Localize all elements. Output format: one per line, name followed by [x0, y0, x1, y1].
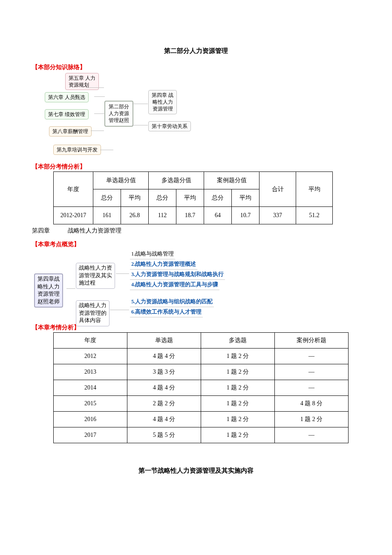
chapter-4-title: 第四章 战略性人力资源管理: [32, 227, 360, 235]
table-row: 2017 5 题 5 分 1 题 2 分 —: [54, 427, 349, 443]
cell-y: 2012: [54, 349, 127, 364]
cell-m: 1 题 2 分: [201, 396, 275, 412]
heading-points: 【本章考点概览】: [32, 241, 360, 248]
cell-y: 2015: [54, 396, 127, 412]
th-m-avg: 平均: [176, 189, 204, 207]
cell-s-a: 26.8: [121, 207, 149, 224]
table-row: 2016 4 题 4 分 1 题 2 分 1 题 2 分: [54, 412, 349, 427]
node-ch4-root: 第四章战略性人力资源管理赵照老师: [34, 273, 63, 308]
cell-s: 5 题 5 分: [127, 427, 201, 443]
page: 第二部分人力资源管理 【本部分知识脉络】 第五章 人力资源规划 第六章 人员甄选…: [0, 0, 392, 500]
th-s-total: 总分: [93, 189, 121, 207]
node-ch8: 第八章薪酬管理: [49, 126, 92, 137]
cell-m: 1 题 2 分: [201, 349, 275, 364]
heading-knowledge: 【本部分知识脉络】: [32, 64, 360, 71]
part-title: 第二部分人力资源管理: [32, 47, 360, 55]
cell-c: —: [275, 364, 349, 380]
cell-m-a: 18.7: [176, 207, 204, 224]
table-row: 2012 4 题 4 分 1 题 2 分 —: [54, 349, 349, 364]
cell-s: 3 题 3 分: [127, 364, 201, 380]
table-row: 2014 4 题 4 分 1 题 2 分 —: [54, 380, 349, 396]
table-chapter-exam: 年度 单选题 多选题 案例分析题 2012 4 题 4 分 1 题 2 分 — …: [53, 332, 349, 443]
cell-s: 4 题 4 分: [127, 412, 201, 427]
cell-s: 2 题 2 分: [127, 396, 201, 412]
leaf-3: 3.人力资源管理与战略规划和战略执行: [130, 270, 225, 280]
node-mid1: 战略性人力资源管理及其实施过程: [76, 263, 115, 289]
node-ch9: 第九章培训与开发: [53, 145, 101, 155]
cell-m: 1 题 2 分: [201, 380, 275, 396]
table-part-exam: 年度 单选题分值 多选题分值 案例题分值 合计 平均 总分 平均 总分 平均 总…: [53, 171, 333, 224]
cell-s: 4 题 4 分: [127, 380, 201, 396]
th2-multi: 多选题: [201, 333, 275, 349]
cell-c: —: [275, 427, 349, 443]
cell-avg: 51.2: [296, 207, 333, 224]
mindmap-part: 第五章 人力资源规划 第六章 人员甄选 第七章 绩效管理 第八章薪酬管理 第九章…: [45, 73, 194, 160]
th2-case: 案例分析题: [275, 333, 349, 349]
cell-c: 1 题 2 分: [275, 412, 349, 427]
node-ch4: 第四章 战略性人力资源管理: [148, 90, 177, 114]
table-row: 2012-2017 161 26.8 112 18.7 64 10.7 337 …: [54, 207, 333, 224]
th-sum: 合计: [259, 172, 296, 207]
cell-c: —: [275, 349, 349, 364]
table-row: 2015 2 题 2 分 1 题 2 分 4 题 8 分: [54, 396, 349, 412]
cell-c-a: 10.7: [232, 207, 259, 224]
cell-m: 1 题 2 分: [201, 427, 275, 443]
table-row: 2013 3 题 3 分 1 题 2 分 —: [54, 364, 349, 380]
cell-m: 1 题 2 分: [201, 412, 275, 427]
cell-m: 1 题 2 分: [201, 364, 275, 380]
leaf-1: 1.战略与战略管理: [130, 250, 175, 259]
th-avg: 平均: [296, 172, 333, 207]
th2-single: 单选题: [127, 333, 201, 349]
th-single: 单选题分值: [93, 172, 149, 189]
node-mid2: 战略性人力资源管理的具体内容: [76, 300, 110, 326]
th-case: 案例题分值: [204, 172, 259, 189]
th-multi: 多选题分值: [149, 172, 204, 189]
th-s-avg: 平均: [121, 189, 149, 207]
th-year: 年度: [54, 172, 93, 207]
cell-y: 2013: [54, 364, 127, 380]
cell-y: 2014: [54, 380, 127, 396]
cell-c: —: [275, 380, 349, 396]
cell-m-t: 112: [149, 207, 176, 224]
node-ch10: 第十章劳动关系: [148, 121, 191, 131]
cell-y: 2017: [54, 427, 127, 443]
cell-y: 2016: [54, 412, 127, 427]
th-c-total: 总分: [204, 189, 232, 207]
mindmap-chapter: 第四章战略性人力资源管理赵照老师 战略性人力资源管理及其实施过程 战略性人力资源…: [34, 250, 256, 325]
th-m-total: 总分: [149, 189, 176, 207]
leaf-6: 6.高绩效工作系统与人才管理: [130, 308, 203, 317]
node-ch7: 第七章 绩效管理: [45, 109, 89, 119]
cell-year: 2012-2017: [54, 207, 93, 224]
section-1-title: 第一节战略性人力资源管理及其实施内容: [32, 467, 360, 475]
th-c-avg: 平均: [232, 189, 259, 207]
cell-c: 4 题 8 分: [275, 396, 349, 412]
heading-exam-part: 【本部分考情分析】: [32, 163, 360, 171]
cell-sum: 337: [259, 207, 296, 224]
cell-s-t: 161: [93, 207, 121, 224]
node-ch6: 第六章 人员甄选: [45, 92, 89, 102]
leaf-2: 2.战略性人力资源管理概述: [130, 260, 197, 270]
node-center: 第二部分人力资源管理赵照: [104, 101, 133, 127]
cell-c-t: 64: [204, 207, 232, 224]
cell-s: 4 题 4 分: [127, 349, 201, 364]
th2-year: 年度: [54, 333, 127, 349]
leaf-4: 4.战略性人力资源管理的工具与步骤: [130, 281, 219, 290]
leaf-5: 5.人力资源战略与组织战略的匹配: [130, 298, 214, 307]
